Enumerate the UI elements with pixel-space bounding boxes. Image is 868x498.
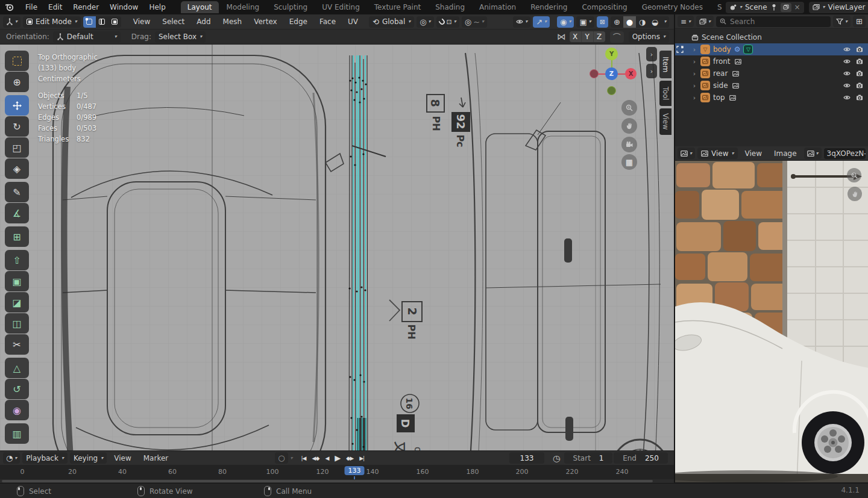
wireframe-shading-button[interactable]: ⊕: [611, 16, 623, 28]
sidebar-tab-tool[interactable]: Tool: [659, 81, 671, 106]
tool-annotate[interactable]: ✎: [5, 182, 29, 202]
tool-inset-faces[interactable]: ▣: [5, 271, 29, 291]
tool-smooth[interactable]: ◉: [5, 400, 29, 420]
menu-edge[interactable]: Edge: [285, 17, 312, 26]
collapsed-panel-handle[interactable]: ›: [646, 47, 657, 61]
tab-compositing[interactable]: Compositing: [575, 1, 634, 13]
unlink-scene-icon[interactable]: ×: [794, 3, 800, 11]
hide-eye-icon[interactable]: [843, 46, 851, 53]
image-data-icon[interactable]: [731, 81, 741, 90]
hide-eye-icon[interactable]: [843, 58, 851, 65]
viewlayer-selector[interactable]: ▾ ViewLayer ×: [809, 2, 868, 13]
tool-loop-cut[interactable]: ◫: [5, 313, 29, 334]
blueprint-canvas[interactable]: 8 PH 92 Pc 2 PH 16 D 又は or 14: [0, 45, 674, 450]
gizmos-dropdown[interactable]: ↗▾: [533, 16, 550, 28]
tool-edge-slide[interactable]: ▥: [5, 423, 29, 444]
proportional-falloff-button[interactable]: ⌒: [610, 31, 624, 43]
menu-edit[interactable]: Edit: [43, 3, 68, 11]
tool-knife[interactable]: ✂: [5, 334, 29, 355]
timeline-ruler[interactable]: 0 20 40 60 80 100 120 140 160 180 200 22…: [0, 465, 674, 479]
disable-render-icon[interactable]: [856, 58, 863, 65]
rendered-shading-button[interactable]: ◒: [649, 16, 661, 28]
auto-keying-dropdown[interactable]: ▾: [291, 456, 293, 461]
outliner-row-body[interactable]: › ▽ body ⚙ ▽: [675, 43, 868, 55]
outliner-row-top[interactable]: › top: [675, 92, 868, 104]
playback-dropdown[interactable]: Playback▾: [22, 452, 68, 464]
menu-uv[interactable]: UV: [343, 17, 363, 26]
tool-measure[interactable]: ∡: [5, 203, 29, 223]
disable-render-icon[interactable]: [856, 82, 863, 89]
image-data-icon[interactable]: [734, 57, 743, 66]
show-object-types-dropdown[interactable]: ▾: [513, 16, 530, 28]
outliner-row-rear[interactable]: › rear: [675, 67, 868, 79]
disable-render-icon[interactable]: [856, 94, 863, 101]
new-collection-button[interactable]: ⊞: [853, 16, 866, 27]
tab-animation[interactable]: Animation: [473, 1, 523, 13]
search-input[interactable]: [729, 17, 827, 26]
pan-hand-button[interactable]: [621, 118, 637, 134]
xray-toggle[interactable]: ⊠: [597, 16, 608, 28]
menu-add[interactable]: Add: [192, 17, 215, 26]
zoom-button[interactable]: [621, 100, 637, 116]
mirror-x-button[interactable]: X: [570, 31, 582, 42]
scene-selector[interactable]: ▾ Scene ×: [726, 2, 804, 13]
search-box[interactable]: [716, 16, 831, 27]
modifier-wrench-icon[interactable]: ⚙: [734, 46, 741, 53]
transform-orientation-dropdown[interactable]: ⟲Global▾: [369, 16, 414, 28]
camera-view-button[interactable]: [621, 137, 637, 152]
playhead[interactable]: 133: [345, 466, 365, 475]
gizmo-neg-y-axis[interactable]: [607, 86, 616, 95]
jump-to-start-button[interactable]: |◀: [299, 453, 309, 462]
pan-hand-button[interactable]: [848, 187, 862, 201]
disable-render-icon[interactable]: [856, 70, 863, 77]
hide-eye-icon[interactable]: [843, 82, 851, 89]
face-select-button[interactable]: [108, 16, 121, 28]
start-frame-field[interactable]: Start1: [564, 452, 612, 464]
expand-icon[interactable]: ›: [691, 94, 697, 102]
outliner-row-side[interactable]: › side: [675, 79, 868, 92]
image-data-icon[interactable]: [731, 69, 740, 78]
image-mode-dropdown[interactable]: View▾: [697, 148, 738, 159]
tab-shading[interactable]: Shading: [429, 1, 471, 13]
proportional-edit-group[interactable]: ◎~▾: [462, 16, 487, 28]
menu-view[interactable]: View: [109, 454, 136, 462]
menu-face[interactable]: Face: [315, 17, 341, 26]
vertex-select-button[interactable]: [83, 16, 96, 28]
play-button[interactable]: ▶: [332, 453, 342, 462]
tab-layout[interactable]: Layout: [181, 1, 219, 13]
snap-group[interactable]: ⊡▾: [436, 16, 459, 28]
tool-move[interactable]: [5, 95, 29, 116]
menu-image[interactable]: Image: [769, 149, 802, 158]
image-name-field[interactable]: 3qXOPezN-: [824, 148, 866, 159]
outliner-row-front[interactable]: › front: [675, 55, 868, 67]
mode-dropdown[interactable]: Edit Mode▾: [23, 16, 81, 28]
menu-vertex[interactable]: Vertex: [249, 17, 282, 26]
jump-to-end-button[interactable]: ▶|: [357, 453, 366, 462]
overlays-dropdown[interactable]: ◉▾: [557, 16, 574, 28]
hide-eye-icon[interactable]: [843, 70, 851, 77]
prev-frame-button[interactable]: ◀: [322, 453, 331, 462]
prev-keyframe-button[interactable]: ◀◆: [310, 453, 322, 462]
pivot-point-dropdown[interactable]: ◎▾: [417, 16, 433, 28]
snap-region-dropdown[interactable]: ▣▾: [576, 16, 594, 28]
menu-file[interactable]: File: [20, 3, 43, 11]
drag-dropdown[interactable]: Select Box▾: [155, 31, 206, 43]
expand-icon[interactable]: ›: [691, 58, 697, 66]
tab-uv-editing[interactable]: UV Editing: [315, 1, 366, 13]
menu-view[interactable]: View: [128, 17, 155, 26]
menu-render[interactable]: Render: [68, 3, 104, 11]
viewport-3d[interactable]: 8 PH 92 Pc 2 PH 16 D 又は or 14 Top Orthog…: [0, 45, 674, 450]
end-frame-field[interactable]: End250: [614, 452, 668, 464]
outliner-display-mode[interactable]: ≡▾: [678, 16, 694, 27]
expand-icon[interactable]: ›: [691, 70, 697, 78]
sidebar-tab-view[interactable]: View: [659, 108, 671, 135]
new-scene-button[interactable]: [781, 3, 791, 12]
tool-poly-build[interactable]: △: [5, 358, 29, 378]
blender-logo-icon[interactable]: [5, 2, 14, 12]
tool-spin[interactable]: ↺: [5, 379, 29, 399]
mirror-y-button[interactable]: Y: [582, 31, 594, 42]
tool-rotate[interactable]: ↻: [5, 116, 29, 137]
gizmo-y-axis[interactable]: Y: [605, 48, 618, 60]
options-dropdown[interactable]: Options▾: [629, 31, 669, 43]
scene-collection-row[interactable]: Scene Collection: [675, 31, 868, 43]
